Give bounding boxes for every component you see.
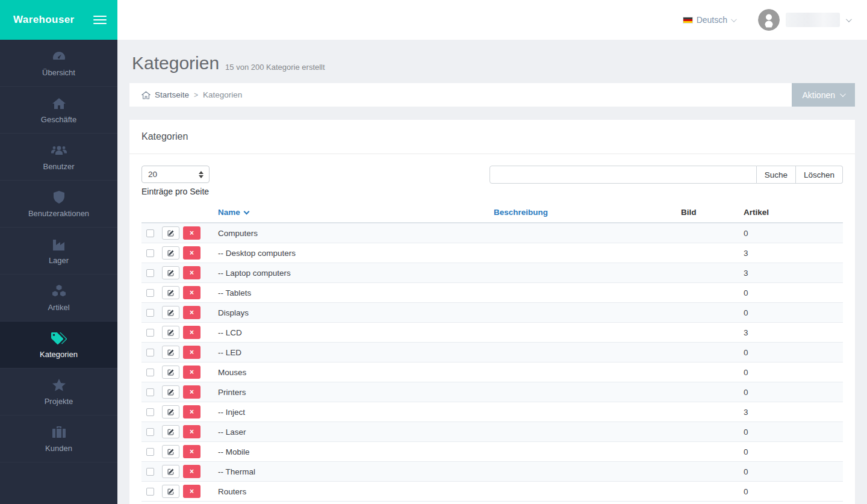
sidebar-item-benutzer[interactable]: Benutzer (0, 134, 117, 181)
sidebar-item-label: Übersicht (42, 68, 75, 77)
edit-button[interactable] (162, 465, 179, 478)
edit-button[interactable] (162, 425, 179, 438)
delete-button[interactable]: × (183, 326, 200, 339)
category-artikel: 0 (739, 462, 843, 482)
edit-button[interactable] (162, 485, 179, 498)
edit-pencil-icon (167, 329, 175, 337)
cell-checkbox (141, 382, 157, 402)
suitcase-icon (51, 425, 67, 440)
row-checkbox[interactable] (146, 448, 154, 456)
edit-pencil-icon (167, 488, 175, 496)
edit-button[interactable] (162, 286, 179, 299)
row-checkbox[interactable] (146, 309, 154, 317)
delete-button[interactable]: × (183, 306, 200, 319)
language-label: Deutsch (697, 15, 727, 25)
row-checkbox[interactable] (146, 388, 154, 396)
edit-button[interactable] (162, 226, 179, 240)
delete-button[interactable]: × (183, 485, 200, 498)
header-bild: Bild (676, 205, 739, 223)
hamburger-menu-icon[interactable] (93, 13, 107, 26)
header-name[interactable]: Name (202, 205, 489, 223)
edit-button[interactable] (162, 385, 179, 399)
table-row: ×Routers0 (141, 482, 843, 502)
cell-edit (157, 462, 178, 482)
sidebar-item-geschaefte[interactable]: Geschäfte (0, 87, 117, 134)
header-beschreibung[interactable]: Beschreibung (489, 205, 676, 223)
language-selector[interactable]: Deutsch (683, 15, 735, 25)
category-bild (676, 382, 739, 402)
category-name: -- Laser (202, 422, 489, 442)
clear-search-button[interactable]: Löschen (796, 166, 843, 184)
row-checkbox[interactable] (146, 249, 154, 257)
cell-edit (157, 223, 178, 243)
edit-button[interactable] (162, 346, 179, 359)
edit-pencil-icon (167, 349, 175, 356)
delete-button[interactable]: × (183, 385, 200, 399)
category-bild (676, 223, 739, 243)
row-checkbox[interactable] (146, 349, 154, 356)
delete-button[interactable]: × (183, 246, 200, 260)
row-checkbox[interactable] (146, 289, 154, 297)
category-name: -- Laptop computers (202, 263, 489, 283)
main-area: Deutsch Kategorien 15 von 200 Kategorie … (117, 0, 867, 504)
user-menu[interactable] (758, 9, 850, 31)
sidebar-item-artikel[interactable]: Artikel (0, 275, 117, 322)
edit-button[interactable] (162, 405, 179, 418)
delete-button[interactable]: × (183, 465, 200, 478)
table-row: ×-- Laptop computers3 (141, 263, 843, 283)
search-button[interactable]: Suche (757, 166, 796, 184)
sidebar-item-benutzeraktionen[interactable]: Benutzeraktionen (0, 181, 117, 228)
search-input[interactable] (489, 166, 757, 184)
row-checkbox[interactable] (146, 269, 154, 277)
row-checkbox[interactable] (146, 468, 154, 476)
cubes-icon (51, 284, 67, 299)
cell-edit (157, 382, 178, 402)
delete-button[interactable]: × (183, 366, 200, 379)
delete-button[interactable]: × (183, 425, 200, 438)
cell-checkbox (141, 362, 157, 382)
table-controls: 20 Einträge pro Seite Suche Löschen (129, 154, 855, 196)
edit-button[interactable] (162, 246, 179, 260)
cell-edit (157, 442, 178, 462)
edit-button[interactable] (162, 366, 179, 379)
category-beschreibung (489, 223, 676, 243)
row-checkbox[interactable] (146, 428, 154, 436)
row-checkbox[interactable] (146, 488, 154, 496)
actions-button[interactable]: Aktionen (792, 83, 855, 107)
cell-delete: × (178, 482, 202, 502)
category-artikel: 0 (739, 382, 843, 402)
sort-descending-icon (243, 209, 249, 215)
shield-icon (51, 190, 67, 205)
sidebar-item-kunden[interactable]: Kunden (0, 415, 117, 462)
per-page-value: 20 (148, 170, 157, 179)
sidebar-item-projekte[interactable]: Projekte (0, 369, 117, 415)
edit-button[interactable] (162, 445, 179, 458)
category-beschreibung (489, 283, 676, 303)
breadcrumb-home-link[interactable]: Startseite (141, 90, 189, 99)
category-bild (676, 362, 739, 382)
category-name: Mouses (202, 362, 489, 382)
row-checkbox[interactable] (146, 408, 154, 416)
delete-button[interactable]: × (183, 405, 200, 418)
delete-button[interactable]: × (183, 286, 200, 299)
edit-pencil-icon (167, 428, 175, 436)
edit-pencil-icon (167, 249, 175, 257)
per-page-select[interactable]: 20 (141, 166, 210, 183)
sidebar-item-label: Artikel (48, 303, 69, 312)
row-checkbox[interactable] (146, 229, 154, 237)
sidebar-item-lager[interactable]: Lager (0, 228, 117, 275)
delete-button[interactable]: × (183, 445, 200, 458)
sidebar-item-kategorien[interactable]: Kategorien (0, 322, 117, 369)
cell-delete: × (178, 303, 202, 323)
row-checkbox[interactable] (146, 329, 154, 337)
delete-button[interactable]: × (183, 226, 200, 240)
category-artikel: 0 (739, 442, 843, 462)
delete-button[interactable]: × (183, 266, 200, 279)
delete-button[interactable]: × (183, 346, 200, 359)
edit-button[interactable] (162, 326, 179, 339)
row-checkbox[interactable] (146, 369, 154, 376)
edit-button[interactable] (162, 266, 179, 279)
topbar: Deutsch (117, 0, 867, 40)
edit-button[interactable] (162, 306, 179, 319)
sidebar-item-uebersicht[interactable]: Übersicht (0, 40, 117, 87)
